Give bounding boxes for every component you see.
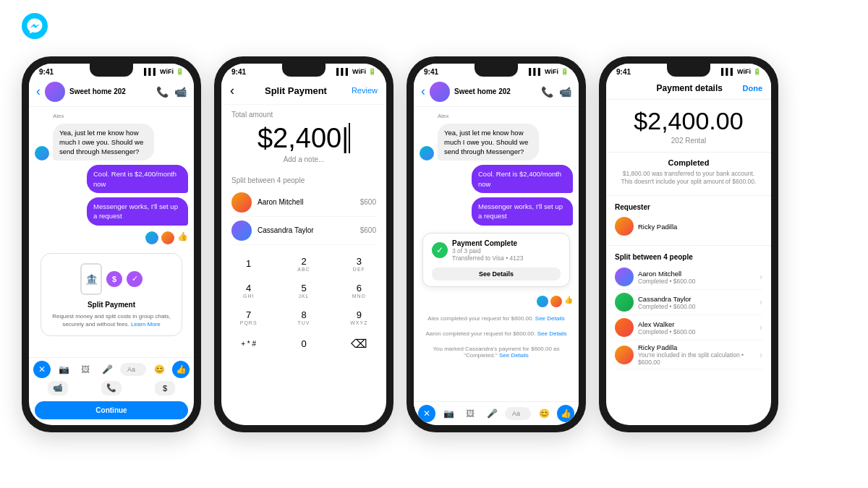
- phone-2-status-icons: ▌▌▌ WiFi 🔋: [336, 68, 376, 75]
- msg-row-3-2: Cool. Rent is $2,400/month now: [420, 165, 573, 193]
- phone-call-icon[interactable]: 📞: [156, 86, 169, 98]
- emoji-icon-3[interactable]: 😊: [535, 405, 553, 422]
- payment-details-header: Payment details Done: [606, 77, 771, 100]
- phone-1-time: 9:41: [39, 68, 54, 76]
- chat-header-icons-1[interactable]: 📞 📹: [156, 86, 187, 98]
- camera-icon-3[interactable]: 📷: [440, 405, 457, 422]
- image-icon-3[interactable]: 🖼: [461, 405, 479, 422]
- close-toolbar-icon[interactable]: ✕: [33, 361, 51, 378]
- person-avatar-4-4: [615, 346, 634, 364]
- video-call-icon-3[interactable]: 📹: [559, 86, 571, 98]
- mic-icon[interactable]: 🎤: [98, 361, 116, 378]
- numpad-3[interactable]: 3DEF: [332, 251, 386, 277]
- chat-name-1: Sweet home 202: [69, 87, 152, 95]
- details-person-1[interactable]: Aaron Mitchell Completed • $600.00 ›: [615, 265, 762, 290]
- split-illustration: 🏦 $ ✓: [82, 261, 140, 297]
- phone-3-time: 9:41: [424, 68, 438, 76]
- phone-2-notch: 9:41 ▌▌▌ WiFi 🔋: [221, 64, 386, 77]
- person-row-1: Aaron Mitchell $600: [231, 189, 376, 217]
- person-info-4-2: Cassandra Taylor Completed • $600.00: [638, 295, 755, 310]
- details-person-3[interactable]: Alex Walker Completed • $600.00 ›: [615, 315, 762, 341]
- numpad-8[interactable]: 8TUV: [276, 304, 331, 330]
- battery-icon-3: 🔋: [561, 68, 569, 75]
- phone-call-icon-3[interactable]: 📞: [541, 86, 553, 98]
- msg-row-3-1: Yea, just let me know how much I owe you…: [420, 124, 573, 161]
- add-note-placeholder[interactable]: Add a note...: [231, 155, 376, 168]
- phone-4-time: 9:41: [616, 68, 631, 76]
- phone-2-notch-cutout: [282, 64, 326, 77]
- phone-3-screen: 9:41 ▌▌▌ WiFi 🔋 ‹ Sweet home 202 📞 📹: [414, 64, 579, 425]
- msg-outgoing-1: Cool. Rent is $2,400/month now: [87, 165, 188, 193]
- chat-name-3: Sweet home 202: [454, 87, 537, 95]
- msg-row-2: Cool. Rent is $2,400/month now: [35, 165, 188, 193]
- numpad-6[interactable]: 6MNO: [332, 278, 386, 304]
- mic-icon-3[interactable]: 🎤: [483, 405, 501, 422]
- numpad-0[interactable]: 0: [276, 331, 331, 357]
- dollar-toolbar-icon[interactable]: $: [155, 381, 175, 395]
- person-avatar-4-2: [615, 293, 634, 312]
- chevron-icon-4: ›: [760, 350, 762, 360]
- split-back-button[interactable]: ‹: [230, 83, 234, 98]
- msg-outgoing-3-1: Cool. Rent is $2,400/month now: [472, 165, 573, 193]
- image-icon[interactable]: 🖼: [77, 361, 94, 378]
- continue-button[interactable]: Continue: [35, 401, 188, 419]
- payment-complete-header: ✓ Payment Complete 3 of 3 paid Transferr…: [432, 239, 561, 262]
- phone-2-screen: 9:41 ▌▌▌ WiFi 🔋 ‹ Split Payment Review T…: [221, 64, 386, 425]
- chat-header-icons-3[interactable]: 📞 📹: [541, 86, 571, 98]
- numpad-5[interactable]: 5JKL: [276, 278, 331, 304]
- numpad-9[interactable]: 9WXYZ: [332, 304, 386, 330]
- system-msg-3: You marked Cassandra's payment for $600.…: [420, 343, 573, 361]
- numpad-special[interactable]: + * #: [221, 331, 276, 357]
- emoji-icon[interactable]: 😊: [150, 361, 168, 378]
- numpad-7[interactable]: 7PQRS: [221, 304, 276, 330]
- message-input-3[interactable]: Aa: [505, 407, 531, 420]
- person-status-4-2: Completed • $600.00: [638, 303, 755, 310]
- phone-toolbar-icon[interactable]: 📞: [101, 381, 122, 395]
- thumbs-up-icon[interactable]: 👍: [172, 361, 190, 378]
- see-details-link-1[interactable]: See Details: [535, 315, 565, 322]
- see-details-link-3[interactable]: See Details: [499, 352, 529, 359]
- numpad-4[interactable]: 4GHI: [221, 278, 276, 304]
- video-call-icon[interactable]: 📹: [174, 86, 187, 98]
- person-avatar-4-1: [615, 267, 634, 286]
- details-person-2[interactable]: Cassandra Taylor Completed • $600.00 ›: [615, 290, 762, 315]
- phone-4-status-icons: ▌▌▌ WiFi 🔋: [721, 68, 761, 75]
- requester-row: Ricky Padilla: [615, 215, 762, 238]
- numpad-delete[interactable]: ⌫: [332, 331, 386, 357]
- message-input[interactable]: Aa: [120, 363, 146, 376]
- person-row-2: Cassandra Taylor $600: [231, 217, 376, 245]
- learn-more-link[interactable]: Learn More: [131, 321, 161, 328]
- chat-toolbar-1: ✕ 📷 🖼 🎤 Aa 😊 👍 📹 📞 $: [29, 357, 194, 398]
- back-button-1[interactable]: ‹: [36, 84, 41, 99]
- phone-2: 9:41 ▌▌▌ WiFi 🔋 ‹ Split Payment Review T…: [214, 56, 393, 432]
- back-button-3[interactable]: ‹: [421, 84, 425, 99]
- camera-icon[interactable]: 📷: [55, 361, 72, 378]
- details-person-4[interactable]: Ricky Padilla You're included in the spl…: [615, 341, 762, 369]
- person-avatar-4-3: [615, 318, 634, 337]
- avatar-mini-2: [161, 231, 174, 244]
- msg-incoming-3-1: Yea, just let me know how much I owe you…: [438, 124, 539, 161]
- chat-info-1: Sweet home 202: [69, 87, 152, 95]
- phone-4: 9:41 ▌▌▌ WiFi 🔋 Payment details Done $2,…: [599, 56, 778, 432]
- details-done-button[interactable]: Done: [743, 84, 763, 93]
- split-review-button[interactable]: Review: [352, 86, 378, 95]
- numpad-1[interactable]: 1: [221, 251, 276, 277]
- group-avatar-1: [45, 82, 65, 102]
- chat-info-3: Sweet home 202: [454, 87, 537, 95]
- chevron-icon-3: ›: [760, 322, 762, 333]
- requester-name: Ricky Padilla: [638, 223, 677, 231]
- see-details-link-2[interactable]: See Details: [537, 330, 567, 337]
- details-status-desc: $1,800.00 was transferred to your bank a…: [606, 170, 771, 193]
- video-toolbar-icon[interactable]: 📹: [48, 381, 68, 395]
- split-title: Split Payment: [240, 85, 352, 96]
- chat-toolbar-3: ✕ 📷 🖼 🎤 Aa 😊 👍: [414, 401, 579, 425]
- wifi-icon-3: WiFi: [545, 68, 558, 75]
- msg-row-1: Yea, just let me know how much I owe you…: [35, 124, 188, 161]
- thumbs-up-icon-3[interactable]: 👍: [557, 405, 574, 422]
- numpad-2[interactable]: 2ABC: [276, 251, 331, 277]
- page-wrapper: 9:41 ▌▌▌ WiFi 🔋 ‹ Sweet home 202 📞 📹: [0, 0, 868, 488]
- close-toolbar-icon-3[interactable]: ✕: [418, 405, 435, 422]
- see-details-button[interactable]: See Details: [432, 267, 561, 281]
- split-payment-header: ‹ Split Payment Review: [221, 77, 386, 105]
- person-amount-1: $600: [360, 198, 376, 206]
